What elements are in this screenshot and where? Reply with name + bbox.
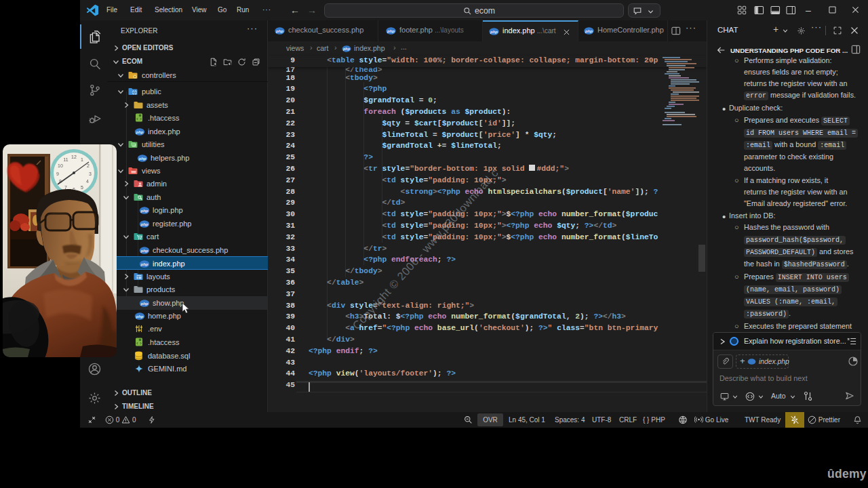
svg-text:1: 1: [81, 157, 83, 162]
svg-text:2: 2: [87, 163, 90, 168]
svg-text:3: 3: [89, 171, 92, 176]
svg-text:php: php: [140, 301, 149, 305]
svg-text:12: 12: [71, 155, 77, 159]
svg-text:php: php: [140, 262, 149, 266]
svg-text:php: php: [490, 30, 498, 34]
svg-text:10: 10: [58, 163, 63, 168]
svg-text:php: php: [342, 47, 351, 51]
svg-text:php: php: [140, 248, 149, 252]
svg-text:4: 4: [86, 179, 89, 184]
svg-text:php: php: [275, 29, 283, 33]
svg-text:9: 9: [56, 171, 59, 176]
svg-text:php: php: [136, 314, 144, 319]
svg-text:php: php: [585, 29, 593, 33]
svg-text:php: php: [387, 29, 395, 33]
svg-text:php: php: [136, 129, 144, 134]
svg-text:php: php: [138, 156, 146, 160]
svg-text:php: php: [140, 222, 149, 226]
svg-text:11: 11: [63, 157, 68, 162]
svg-text:php: php: [140, 209, 149, 213]
svg-text:5: 5: [81, 185, 83, 190]
